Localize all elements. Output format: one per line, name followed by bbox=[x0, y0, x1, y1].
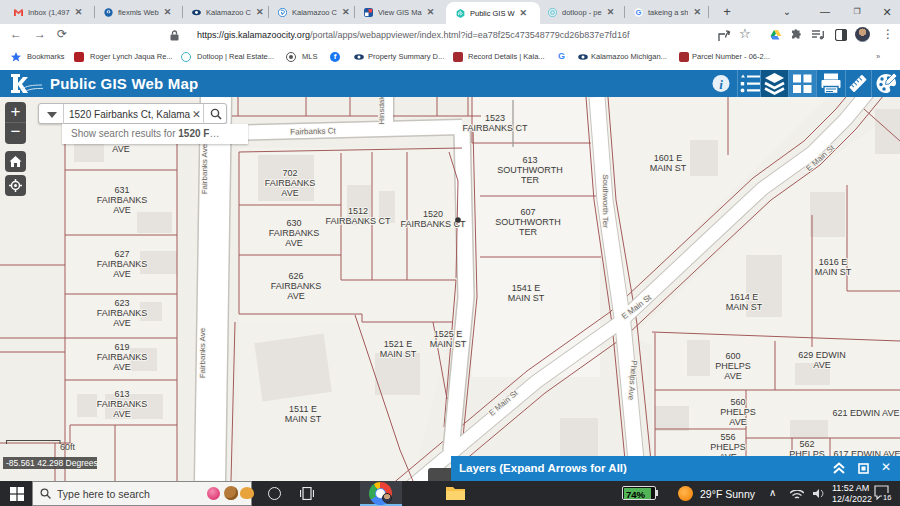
svg-text:Fairbanks Ct: Fairbanks Ct bbox=[290, 126, 336, 136]
svg-text:Fairbanks Ave: Fairbanks Ave bbox=[198, 327, 207, 378]
svg-text:621 EDWIN AVE: 621 EDWIN AVE bbox=[833, 408, 900, 418]
svg-text:AVE: AVE bbox=[112, 144, 129, 154]
svg-text:Southworth Ter: Southworth Ter bbox=[601, 174, 610, 228]
svg-text:Hinsdale: Hinsdale bbox=[377, 97, 386, 125]
svg-text:1521 EMAIN ST: 1521 EMAIN ST bbox=[380, 339, 417, 359]
svg-text:G: G bbox=[636, 8, 642, 17]
svg-text:1601 EMAIN ST: 1601 EMAIN ST bbox=[650, 153, 687, 173]
svg-text:1525 EMAIN ST: 1525 EMAIN ST bbox=[430, 329, 467, 349]
svg-text:1614 EMAIN ST: 1614 EMAIN ST bbox=[726, 292, 763, 312]
svg-text:1541 EMAIN ST: 1541 EMAIN ST bbox=[508, 283, 545, 303]
svg-text:i: i bbox=[719, 77, 723, 92]
svg-text:Fairbanks Ave: Fairbanks Ave bbox=[200, 143, 209, 194]
svg-text:1616 EMAIN ST: 1616 EMAIN ST bbox=[815, 257, 852, 277]
svg-text:1511 EMAIN ST: 1511 EMAIN ST bbox=[285, 404, 322, 424]
svg-text:60ft: 60ft bbox=[60, 442, 76, 452]
